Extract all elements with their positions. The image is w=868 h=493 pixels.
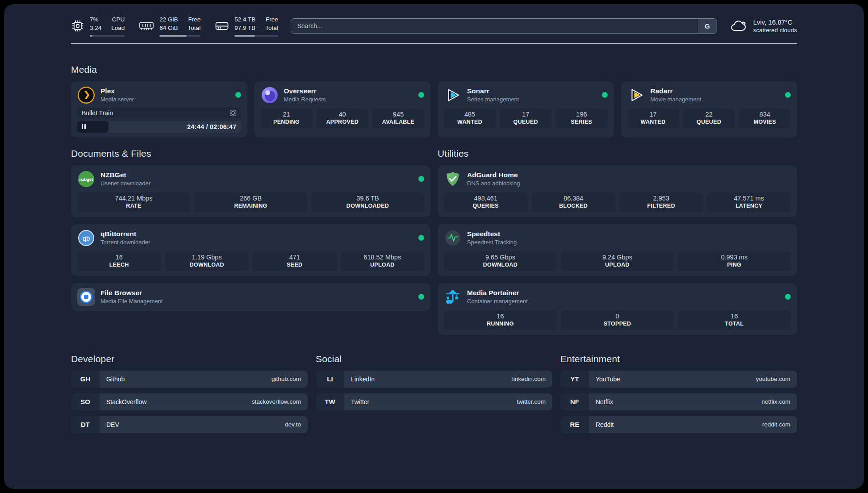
stat-rate: 744.21 Mbps RATE <box>77 192 190 212</box>
search-bar: G <box>291 18 717 34</box>
speedtest-icon <box>444 229 462 247</box>
now-playing-title: Bullet Train <box>82 109 113 117</box>
pause-icon[interactable] <box>82 124 86 129</box>
google-search-button[interactable]: G <box>698 19 717 33</box>
bookmark-github[interactable]: GH Github github.com <box>71 371 308 388</box>
stat-value: 196 <box>557 111 605 118</box>
bookmark-abbr: SO <box>71 393 100 410</box>
status-badge <box>235 92 241 98</box>
app-title: File Browser <box>100 289 163 297</box>
stat-value: 39.6 TB <box>313 195 422 202</box>
system-stats: 7% 3.24 CPU Load <box>71 16 278 37</box>
stat-label: LATENCY <box>709 203 789 209</box>
disk-free-label: Free <box>265 16 278 24</box>
weather-widget[interactable]: Lviv, 16.87°C scattered clouds <box>730 18 797 33</box>
app-subtitle: Speedtest Tracking <box>467 239 517 246</box>
bookmark-name: StackOverflow <box>106 398 146 405</box>
disk-total-label: Total <box>265 24 278 33</box>
stat-value: 9.24 Gbps <box>563 254 672 261</box>
app-title: Sonarr <box>467 87 519 95</box>
bookmark-netflix[interactable]: NF Netflix netflix.com <box>560 393 797 410</box>
stat-label: RUNNING <box>446 321 555 327</box>
stat-label: PENDING <box>263 119 311 125</box>
bookmark-abbr: RE <box>560 416 589 433</box>
entertainment-group-title: Entertainment <box>560 354 797 364</box>
filebrowser-card-text: File Browser Media File Management <box>100 289 163 305</box>
stat-label: SEED <box>255 262 335 268</box>
bookmark-url: netflix.com <box>761 398 790 405</box>
cpu-values: 7% 3.24 <box>90 16 101 33</box>
search-input[interactable] <box>291 18 717 34</box>
entertainment-group: Entertainment YT YouTube youtube.com NF … <box>560 354 797 433</box>
nzbget-card[interactable]: nzbget NZBGet Usenet downloader 744.21 M… <box>71 165 430 217</box>
ram-total-value: 64 GiB <box>159 24 178 33</box>
cpu-stat: 7% 3.24 CPU Load <box>71 16 125 37</box>
social-group-title: Social <box>316 354 552 364</box>
stat-label: APPROVED <box>318 119 367 125</box>
stat-latency: 47.571 ms LATENCY <box>707 192 791 212</box>
stat-label: DOWNLOAD <box>446 262 555 268</box>
stat-value: 0 <box>563 313 672 320</box>
bookmark-name: Reddit <box>596 421 613 428</box>
stat-blocked: 86,384 BLOCKED <box>532 192 616 212</box>
stat-label: LEECH <box>79 262 159 268</box>
speedtest-card[interactable]: Speedtest Speedtest Tracking 9.65 Gbps D… <box>438 224 797 276</box>
status-badge <box>602 92 608 98</box>
nzbget-icon: nzbget <box>77 170 95 188</box>
bookmark-stackoverflow[interactable]: SO StackOverflow stackoverflow.com <box>71 393 308 410</box>
bookmark-url: github.com <box>271 376 301 382</box>
camera-icon[interactable] <box>230 109 237 117</box>
status-badge <box>418 176 424 182</box>
app-subtitle: Series management <box>467 96 519 103</box>
radarr-card[interactable]: Radarr Movie management 17 WANTED 22 QUE… <box>621 81 797 138</box>
svg-text:nzbget: nzbget <box>79 176 93 181</box>
portainer-card[interactable]: Media Portainer Container management 16 … <box>438 283 797 335</box>
playback-progressbar[interactable]: 24:44 / 02:06:47 <box>77 121 241 133</box>
bookmark-reddit[interactable]: RE Reddit reddit.com <box>560 416 797 433</box>
bookmark-youtube[interactable]: YT YouTube youtube.com <box>560 371 797 388</box>
app-subtitle: Media File Management <box>100 298 163 305</box>
filebrowser-card[interactable]: File Browser Media File Management <box>71 283 430 311</box>
status-badge <box>418 294 424 300</box>
plex-icon <box>77 86 95 104</box>
qbittorrent-card[interactable]: qb qBittorrent Torrent downloader 16 LEE… <box>71 224 430 276</box>
bookmark-linkedin[interactable]: LI LinkedIn linkedin.com <box>316 371 552 388</box>
stat-queries: 498,461 QUERIES <box>444 192 528 212</box>
app-subtitle: Movie management <box>651 96 701 103</box>
bookmark-abbr: GH <box>71 371 100 388</box>
plex-card[interactable]: Plex Media server Bullet Train 24:44 / 0… <box>71 81 247 138</box>
weather-text: Lviv, 16.87°C scattered clouds <box>753 18 797 33</box>
stat-label: SERIES <box>557 119 605 125</box>
disk-total-value: 97.9 TB <box>234 24 255 33</box>
stat-value: 834 <box>741 111 789 118</box>
bookmark-twitter[interactable]: TW Twitter twitter.com <box>316 393 552 410</box>
stat-upload: 618.52 Mbps UPLOAD <box>341 251 425 271</box>
stat-label: UPLOAD <box>563 262 672 268</box>
stat-label: PING <box>680 262 789 268</box>
stat-value: 498,461 <box>446 195 526 202</box>
sonarr-card[interactable]: Sonarr Series management 485 WANTED 17 Q… <box>438 81 614 138</box>
media-grid: Plex Media server Bullet Train 24:44 / 0… <box>71 81 797 138</box>
weather-condition: scattered clouds <box>753 27 797 33</box>
stat-value: 40 <box>318 111 367 118</box>
stat-value: 16 <box>446 313 555 320</box>
stat-download: 1.19 Gbps DOWNLOAD <box>165 251 249 271</box>
now-playing-row: Bullet Train <box>77 108 241 118</box>
weather-location-temp: Lviv, 16.87°C <box>753 18 797 26</box>
cpu-load-value: 3.24 <box>90 24 101 33</box>
bookmark-dev[interactable]: DT DEV dev.to <box>71 416 308 433</box>
stat-value: 17 <box>501 111 550 118</box>
cpu-label: CPU <box>111 16 125 24</box>
adguard-card[interactable]: AdGuard Home DNS and adblocking 498,461 … <box>438 165 797 217</box>
stat-total: 16 TOTAL <box>678 310 791 330</box>
stat-value: 17 <box>629 111 677 118</box>
stat-value: 86,384 <box>534 195 614 202</box>
overseerr-card[interactable]: Overseerr Media Requests 21 PENDING 40 A… <box>255 81 431 138</box>
stat-series: 196 SERIES <box>555 109 607 128</box>
stat-label: UPLOAD <box>342 262 423 268</box>
stat-leech: 16 LEECH <box>77 251 161 271</box>
bookmark-url: twitter.com <box>517 398 546 405</box>
bookmark-name: YouTube <box>596 376 620 383</box>
stat-queued: 17 QUEUED <box>500 109 551 128</box>
bookmark-abbr: NF <box>560 393 589 410</box>
